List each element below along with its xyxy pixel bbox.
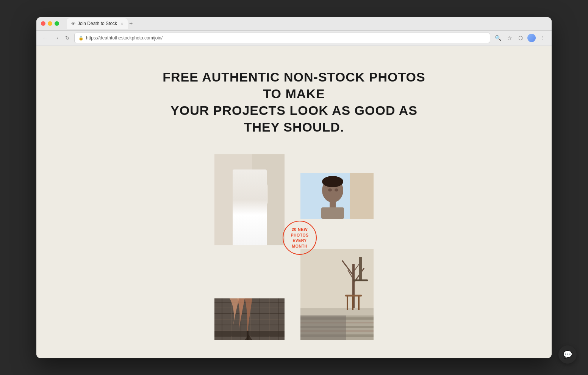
- photo-plaid: [214, 298, 285, 340]
- forward-button[interactable]: →: [52, 33, 61, 42]
- photo-interior-svg: [300, 249, 374, 340]
- svg-rect-45: [345, 295, 362, 297]
- new-tab-button[interactable]: +: [129, 20, 133, 27]
- active-tab[interactable]: 👁 Join Death to Stock ×: [67, 18, 128, 29]
- headline-line2: YOUR PROJECTS LOOK AS GOOD AS THEY SHOUL…: [170, 103, 418, 134]
- svg-rect-7: [250, 230, 258, 245]
- photo-plaid-svg: [214, 298, 285, 340]
- ssl-lock-icon: 🔒: [78, 36, 84, 41]
- photos-badge: 20 NEW PHOTOS EVERY MONTH: [283, 221, 317, 255]
- tab-close-button[interactable]: ×: [121, 22, 123, 26]
- svg-rect-55: [300, 315, 346, 340]
- tab-title: Join Death to Stock: [78, 21, 117, 26]
- back-button[interactable]: ←: [41, 33, 49, 42]
- headline-text: FREE AUTHENTIC NON-STOCK PHOTOS TO MAKE …: [161, 69, 427, 136]
- photo-white-dress: [214, 154, 285, 245]
- svg-rect-5: [236, 207, 264, 245]
- chat-icon: 💬: [563, 350, 572, 359]
- tab-bar: 👁 Join Death to Stock × +: [67, 18, 547, 29]
- title-bar: 👁 Join Death to Stock × +: [36, 17, 552, 31]
- minimize-button[interactable]: [48, 21, 52, 26]
- menu-icon[interactable]: ⋮: [539, 33, 547, 42]
- layers-icon[interactable]: ⬡: [517, 33, 524, 42]
- svg-rect-9: [260, 183, 267, 206]
- url-text: https://deathtothestockphoto.com/join/: [86, 35, 163, 41]
- svg-rect-4: [239, 180, 261, 218]
- search-icon[interactable]: 🔍: [493, 33, 503, 42]
- refresh-button[interactable]: ↻: [64, 33, 71, 42]
- svg-rect-8: [233, 183, 240, 206]
- badge-text: 20 NEW PHOTOS EVERY MONTH: [283, 227, 316, 249]
- svg-rect-47: [352, 297, 353, 310]
- photo-man-portrait: [300, 173, 374, 219]
- svg-point-17: [328, 188, 332, 191]
- account-avatar[interactable]: [527, 34, 536, 42]
- close-button[interactable]: [41, 21, 45, 26]
- photo-collage: 20 NEW PHOTOS EVERY MONTH: [214, 154, 374, 340]
- url-bar[interactable]: 🔒 https://deathtothestockphoto.com/join/: [74, 33, 490, 43]
- svg-point-16: [322, 176, 343, 187]
- headline: FREE AUTHENTIC NON-STOCK PHOTOS TO MAKE …: [161, 69, 427, 136]
- chat-button[interactable]: 💬: [558, 345, 577, 364]
- tab-favicon: 👁: [71, 21, 75, 26]
- photo-man-portrait-svg: [300, 173, 374, 219]
- maximize-button[interactable]: [55, 21, 59, 26]
- browser-window: 👁 Join Death to Stock × + ← → ↻ 🔒 https:…: [36, 17, 552, 358]
- svg-rect-12: [350, 173, 374, 219]
- svg-rect-3: [241, 177, 260, 180]
- traffic-lights: [41, 21, 59, 26]
- toolbar-right: 🔍 ☆ ⬡ ⋮: [493, 33, 547, 42]
- bookmark-icon[interactable]: ☆: [506, 33, 514, 42]
- address-bar: ← → ↻ 🔒 https://deathtothestockphoto.com…: [36, 31, 552, 46]
- page-content: FREE AUTHENTIC NON-STOCK PHOTOS TO MAKE …: [36, 46, 552, 357]
- photo-interior: [300, 249, 374, 340]
- svg-rect-15: [321, 207, 344, 219]
- svg-rect-46: [347, 297, 348, 310]
- svg-rect-37: [300, 249, 374, 310]
- photo-white-dress-svg: [214, 154, 285, 245]
- svg-rect-2: [252, 154, 285, 245]
- svg-rect-6: [242, 230, 250, 245]
- svg-rect-34: [214, 331, 285, 336]
- svg-point-18: [335, 188, 338, 191]
- svg-rect-48: [358, 297, 360, 310]
- headline-line1: FREE AUTHENTIC NON-STOCK PHOTOS TO MAKE: [163, 70, 425, 101]
